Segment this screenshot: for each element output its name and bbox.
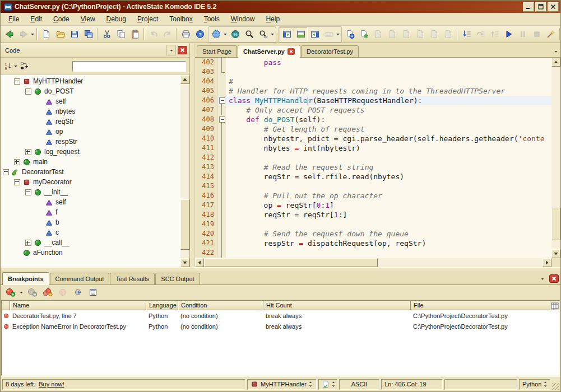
tree-item-op[interactable]: op — [1, 127, 180, 137]
column-header-hit-count[interactable]: Hit Count — [263, 301, 411, 310]
bottom-pane-splitter[interactable] — [1, 267, 560, 271]
output-pane-close-button[interactable] — [549, 274, 559, 283]
collapse-icon[interactable] — [3, 169, 9, 175]
column-header-condition[interactable]: Condition — [178, 301, 263, 310]
menu-toolbox[interactable]: Toolbox — [164, 14, 198, 24]
find-in-files-dropdown[interactable] — [270, 27, 275, 41]
tree-item-c[interactable]: c — [1, 227, 180, 237]
menu-file[interactable]: File — [3, 14, 25, 24]
tree-item-self[interactable]: self — [1, 197, 180, 207]
tree-scroll-up-button[interactable] — [180, 75, 189, 84]
scc-delete-button[interactable] — [399, 27, 413, 41]
scc-checkout-button[interactable] — [371, 27, 385, 41]
tab-close-icon[interactable] — [288, 48, 295, 55]
current-section-selector[interactable]: MyHTTPHandler — [247, 379, 317, 390]
column-picker-button[interactable] — [550, 301, 559, 310]
disable-all-breakpoints-button[interactable] — [41, 286, 54, 299]
tree-item-reqstr[interactable]: reqStr — [1, 116, 180, 127]
tab-list-dropdown[interactable] — [551, 46, 560, 57]
scc-revert-button[interactable] — [413, 27, 427, 41]
tree-item-__call__[interactable]: __call__ — [1, 237, 180, 248]
redo-button[interactable] — [160, 27, 174, 41]
tree-item-myhttphandler[interactable]: MyHTTPHandler — [1, 76, 180, 86]
menu-code[interactable]: Code — [48, 14, 75, 24]
panel-menu-button[interactable] — [166, 45, 176, 55]
minimize-button[interactable] — [523, 2, 534, 12]
rx-toolkit-button[interactable]: % — [228, 27, 242, 41]
help-button[interactable]: ? — [193, 27, 207, 41]
collapse-icon[interactable] — [25, 88, 31, 95]
tree-scroll-down-button[interactable] — [180, 258, 189, 267]
collapse-icon[interactable] — [14, 78, 20, 85]
column-header-file[interactable]: File — [411, 301, 550, 310]
menu-view[interactable]: View — [75, 14, 101, 24]
menu-debug[interactable]: Debug — [101, 14, 132, 24]
editor-vertical-scrollbar[interactable] — [551, 58, 560, 258]
save-button[interactable] — [67, 27, 81, 41]
maximize-button[interactable] — [535, 2, 546, 12]
paste-button[interactable] — [128, 27, 142, 41]
tree-item-__init__[interactable]: __init__ — [1, 187, 180, 197]
tree-item-b[interactable]: b — [1, 217, 180, 227]
tree-item-do_post[interactable]: do_POST — [1, 86, 180, 96]
tree-item-nbytes[interactable]: nbytes — [1, 106, 180, 116]
syntax-check-status[interactable] — [318, 379, 337, 390]
menu-help[interactable]: Help — [260, 14, 285, 24]
tree-item-decoratortest[interactable]: DecoratorTest — [1, 167, 180, 177]
tree-item-afunction[interactable]: aFunction — [1, 248, 180, 258]
show-right-pane-button[interactable] — [308, 27, 322, 41]
collapse-icon[interactable] — [14, 179, 20, 185]
print-button[interactable] — [179, 27, 193, 41]
menu-project[interactable]: Project — [132, 14, 164, 24]
column-header-language[interactable]: Language — [146, 301, 178, 310]
editor-scroll-down-button[interactable] — [551, 249, 560, 258]
output-pane-dropdown[interactable] — [538, 273, 547, 284]
tab-command-output[interactable]: Command Output — [50, 273, 110, 284]
pause-button[interactable] — [516, 27, 530, 41]
fold-toggle-icon[interactable] — [219, 97, 225, 104]
tab-decoratortest-py[interactable]: DecoratorTest.py — [301, 45, 359, 57]
scc-update-button[interactable] — [385, 27, 399, 41]
tab-test-results[interactable]: Test Results — [110, 273, 155, 284]
stop-button[interactable] — [530, 27, 544, 41]
scc-refresh-button[interactable] — [343, 27, 357, 41]
tab-chatserver-py[interactable]: ChatServer.py — [238, 45, 300, 58]
minibuffer-dropdown[interactable] — [336, 27, 341, 41]
sort-order-button[interactable]: 19 — [3, 59, 19, 73]
tree-item-f[interactable]: f — [1, 207, 180, 217]
tab-breakpoints[interactable]: Breakpoints — [2, 272, 49, 285]
tree-item-mydecorator[interactable]: myDecorator — [1, 177, 180, 187]
expand-icon[interactable] — [25, 240, 31, 246]
expand-icon[interactable] — [25, 149, 31, 155]
resize-grip[interactable] — [552, 383, 559, 390]
copy-button[interactable] — [114, 27, 128, 41]
scc-diff-button[interactable] — [427, 27, 441, 41]
show-bottom-pane-button[interactable] — [294, 27, 308, 41]
editor-text-area[interactable]: 402 pass403404#405# Handler for HTTP req… — [195, 58, 551, 258]
step-out-button[interactable] — [488, 27, 502, 41]
scc-add-button[interactable] — [357, 27, 371, 41]
editor-scroll-right-button[interactable] — [543, 258, 551, 267]
tab-scc-output[interactable]: SCC Output — [155, 273, 200, 284]
collapse-icon[interactable] — [25, 189, 31, 195]
tree-item-respstr[interactable]: respStr — [1, 137, 180, 147]
find-button[interactable] — [242, 27, 256, 41]
forward-button[interactable] — [16, 27, 30, 41]
close-button[interactable] — [548, 2, 559, 12]
clear-breakpoint-button[interactable] — [56, 286, 69, 299]
step-over-button[interactable] — [474, 27, 488, 41]
menu-window[interactable]: Window — [225, 14, 261, 24]
new-file-button[interactable] — [39, 27, 53, 41]
column-header-icon[interactable] — [2, 301, 10, 310]
scc-history-button[interactable] — [441, 27, 455, 41]
show-left-pane-button[interactable] — [280, 27, 294, 41]
breakpoint-row[interactable]: DecoratorTest.py, line 7Python(no condit… — [2, 310, 559, 321]
tree-scroll-thumb[interactable] — [180, 199, 189, 250]
save-all-button[interactable] — [81, 27, 95, 41]
editor-scroll-left-button[interactable] — [195, 258, 204, 267]
forward-dropdown[interactable] — [30, 27, 35, 41]
new-breakpoint-dropdown[interactable] — [19, 286, 24, 299]
find-in-files-button[interactable] — [256, 27, 270, 41]
breakpoint-properties-button[interactable] — [86, 286, 100, 299]
delete-breakpoint-button[interactable] — [26, 286, 39, 299]
